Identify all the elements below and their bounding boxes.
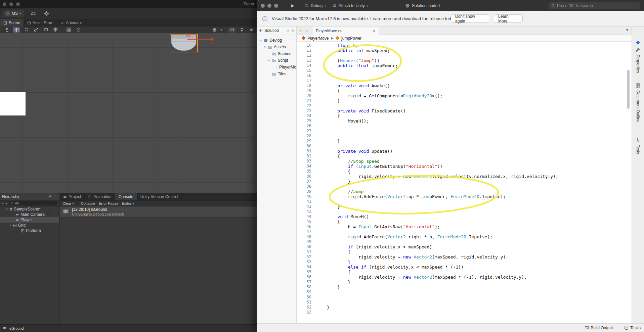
kebab-menu-icon[interactable]: ⋮ (53, 207, 57, 211)
tab-console[interactable]: Console (115, 193, 137, 200)
window-close-button[interactable] (3, 2, 6, 6)
window-minimize-button[interactable] (267, 4, 271, 8)
line-number[interactable]: 20 (297, 93, 314, 98)
code-line[interactable]: 54 else if (rigid.velocity.x < maxSpeed … (297, 265, 632, 270)
kebab-menu-icon[interactable]: ⋮ (53, 194, 57, 199)
line-number[interactable]: 52 (297, 254, 314, 259)
line-number[interactable]: 58 (297, 285, 314, 290)
line-number[interactable]: 51 (297, 249, 314, 254)
grid-snap-icon[interactable] (65, 27, 72, 33)
breadcrumb-class[interactable]: PlayerMove (307, 36, 329, 41)
window-close-button[interactable] (261, 4, 265, 8)
properties-icon[interactable] (635, 47, 640, 52)
editor-scrollbar-thumb[interactable] (627, 70, 630, 109)
tab-tests[interactable]: Tests (636, 145, 640, 154)
chevron-down-icon[interactable]: ▾ (6, 202, 7, 205)
player-selection-box[interactable] (170, 34, 198, 52)
code-line[interactable]: 15 (297, 68, 632, 73)
services-gear-icon[interactable] (42, 10, 51, 17)
collapse-button[interactable]: Collapse (81, 201, 95, 205)
caret-expanded-icon[interactable]: ▾ (6, 207, 8, 211)
rotate-tool-icon[interactable] (23, 27, 30, 33)
audio-toggle-icon[interactable] (248, 27, 255, 33)
line-number[interactable]: 12 (297, 53, 314, 58)
code-line[interactable]: 63 (297, 310, 632, 315)
lock-icon[interactable] (48, 195, 52, 198)
solution-row-assets[interactable]: ▾ Assets (257, 44, 296, 50)
line-number[interactable]: 47 (297, 229, 314, 234)
code-line[interactable]: 56 rigid.velocity = new Vector2(maxSpeed… (297, 275, 632, 280)
line-number[interactable]: 11 (297, 48, 314, 53)
line-number[interactable]: 27 (297, 129, 314, 134)
line-number[interactable]: 46 (297, 224, 314, 229)
code-line[interactable]: 27 (297, 129, 632, 134)
code-line[interactable]: 22 (297, 103, 632, 108)
hand-tool-icon[interactable] (3, 27, 10, 33)
solution-row-scenes[interactable]: Scenes (257, 50, 296, 57)
code-line[interactable]: 47 (297, 229, 632, 234)
tab-project[interactable]: Project (60, 193, 85, 200)
code-line[interactable]: 58 } (297, 285, 632, 290)
move-handle-blue[interactable] (186, 35, 188, 37)
code-line[interactable]: 43 (297, 209, 632, 214)
code-line[interactable]: 41 (297, 199, 632, 204)
code-line[interactable]: 38 (297, 184, 632, 189)
code-line[interactable]: 28 (297, 134, 632, 139)
line-number[interactable]: 29 (297, 139, 314, 144)
build-output-button[interactable]: Build Output (585, 326, 613, 330)
hierarchy-row-main-camera[interactable]: Main Camera (0, 212, 59, 217)
line-number[interactable]: 62 (297, 305, 314, 310)
line-number[interactable]: 31 (297, 149, 314, 154)
hierarchy-row-grid[interactable]: ▾ Grid (0, 223, 59, 228)
solution-row-devlog[interactable]: ▾ Devlog (257, 37, 296, 44)
hierarchy-header[interactable]: Hierarchy ⋮ (0, 193, 59, 200)
code-line[interactable]: 10 float h; (297, 43, 632, 48)
code-line[interactable]: 51 { (297, 249, 632, 254)
line-number[interactable]: 26 (297, 124, 314, 129)
move-gizmo-x-arrow[interactable] (187, 39, 211, 40)
line-number[interactable]: 53 (297, 259, 314, 265)
code-line[interactable]: 48 rigid.AddForce(Vector2.right * h, For… (297, 234, 632, 239)
code-line[interactable]: 19 { (297, 88, 632, 93)
line-number[interactable]: 35 (297, 169, 314, 174)
toggle-2d-button[interactable]: 2D (228, 28, 236, 33)
line-number[interactable]: 23 (297, 108, 314, 113)
code-editor[interactable]: 10 float h;11 public int maxSpeed;1213 [… (297, 42, 632, 323)
code-line[interactable]: 29 } (297, 139, 632, 144)
line-number[interactable]: 14 (297, 63, 314, 68)
code-line[interactable]: 16 (297, 73, 632, 78)
code-line[interactable]: 18 private void Awake() (297, 83, 632, 88)
global-search-input[interactable]: Press '⌘.' to search (549, 2, 640, 9)
line-number[interactable]: 33 (297, 159, 314, 164)
code-line[interactable]: 45 { (297, 219, 632, 224)
learn-more-button[interactable]: Learn More (494, 14, 523, 23)
code-line[interactable]: 12 (297, 53, 632, 58)
line-number[interactable]: 16 (297, 73, 314, 78)
line-number[interactable]: 17 (297, 78, 314, 83)
code-line[interactable]: 57 } (297, 280, 632, 285)
line-number[interactable]: 38 (297, 184, 314, 189)
hierarchy-search-input[interactable]: All (9, 201, 57, 205)
tab-document-outline[interactable]: Document Outline (636, 90, 640, 123)
line-number[interactable]: 24 (297, 113, 314, 118)
line-number[interactable]: 41 (297, 199, 314, 204)
code-line[interactable]: 33 //Stop speed (297, 159, 632, 164)
document-outline-icon[interactable] (635, 83, 640, 88)
editor-dropdown[interactable]: Editor ▾ (122, 201, 134, 205)
code-line[interactable]: 53 } (297, 259, 632, 265)
line-number[interactable]: 60 (297, 295, 314, 300)
line-number[interactable]: 61 (297, 300, 314, 305)
tab-asset-store[interactable]: Asset Store (24, 19, 57, 27)
line-number[interactable]: 30 (297, 144, 314, 149)
code-line[interactable]: 17 (297, 78, 632, 83)
line-number[interactable]: 57 (297, 280, 314, 285)
code-line[interactable]: 42 } (297, 204, 632, 209)
code-line[interactable]: 21 } (297, 98, 632, 103)
nav-forward-icon[interactable]: › (306, 28, 308, 33)
solution-row-script[interactable]: ▾ Script (257, 57, 296, 64)
tab-list-dropdown-icon[interactable]: ▼ (626, 28, 629, 32)
chevron-down-icon[interactable]: ▾ (220, 28, 222, 32)
code-line[interactable]: 25 MoveH(); (297, 118, 632, 124)
move-tool-icon[interactable] (13, 27, 20, 33)
add-object-button[interactable]: + (2, 201, 4, 206)
